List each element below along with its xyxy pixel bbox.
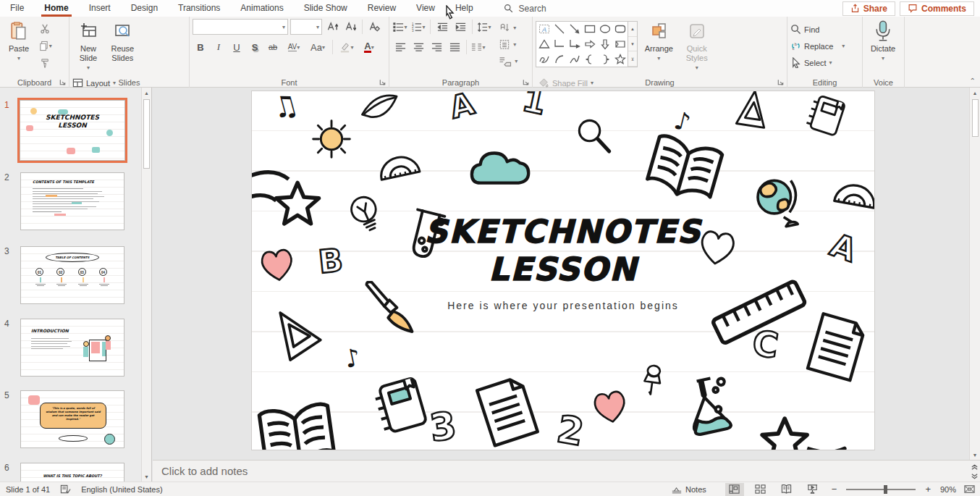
font-name-combo[interactable]: ▾ xyxy=(193,19,288,35)
shape-bracel-icon[interactable] xyxy=(582,51,597,67)
shape-tri-icon[interactable] xyxy=(536,37,552,52)
slideshow-view-button[interactable] xyxy=(803,483,822,496)
clipboard-dialog-launcher[interactable] xyxy=(59,78,67,86)
thumbnail-scrollbar[interactable]: ▲ ▼ xyxy=(141,88,151,482)
convert-smartart-button[interactable]: ▾ xyxy=(499,54,518,69)
shape-rect-icon[interactable] xyxy=(582,22,597,37)
notes-pane[interactable]: Click to add notes xyxy=(153,460,980,482)
slide-thumbnail-3[interactable]: 3 TABLE OF CONTENTS 01020304 xyxy=(0,246,139,307)
select-button[interactable]: Select▾ xyxy=(790,55,845,70)
align-left-button[interactable] xyxy=(392,39,408,55)
slide-scroll-down[interactable]: ▼ xyxy=(970,450,980,460)
slide-scroll-up[interactable]: ▲ xyxy=(970,88,980,98)
quick-styles-button[interactable]: Quick Styles ▾ xyxy=(680,19,714,74)
increase-indent-button[interactable] xyxy=(452,19,468,35)
shape-bracer-icon[interactable] xyxy=(597,51,612,67)
normal-view-button[interactable] xyxy=(725,483,744,496)
shape-barrd-icon[interactable] xyxy=(597,37,612,52)
grow-font-button[interactable] xyxy=(324,19,340,35)
copy-button[interactable]: ▾ xyxy=(37,38,53,54)
thumb-scroll-up[interactable]: ▲ xyxy=(142,88,151,98)
font-color-button[interactable]: A▾ xyxy=(359,39,379,55)
tab-animations[interactable]: Animations xyxy=(230,0,293,17)
thumbnail-preview[interactable]: SKETCHNOTESLESSON xyxy=(20,100,125,161)
character-spacing-button[interactable]: AV▾ xyxy=(283,39,305,55)
font-dialog-launcher[interactable] xyxy=(379,78,386,86)
tab-transitions[interactable]: Transitions xyxy=(168,0,230,17)
shape-scrib-icon[interactable] xyxy=(536,51,552,67)
shapes-gallery[interactable] xyxy=(536,21,628,67)
thumb-scroll-thumb[interactable] xyxy=(143,99,150,169)
cut-button[interactable] xyxy=(37,20,53,36)
replace-button[interactable]: Replace▾ xyxy=(790,38,845,54)
strikethrough-button[interactable]: ab xyxy=(265,39,281,55)
fit-to-window-icon[interactable] xyxy=(963,484,976,495)
slide-thumbnail-4[interactable]: 4 INTRODUCTION xyxy=(0,319,139,379)
align-right-button[interactable] xyxy=(428,39,444,55)
justify-button[interactable] xyxy=(447,39,462,55)
shape-curve-icon[interactable] xyxy=(567,51,582,67)
decrease-indent-button[interactable] xyxy=(434,19,450,35)
italic-button[interactable]: I xyxy=(211,39,227,55)
gallery-scroll-down[interactable]: ▼ xyxy=(628,37,637,52)
collapse-ribbon-button[interactable]: ⌃ xyxy=(970,77,976,85)
zoom-level[interactable]: 90% xyxy=(940,485,956,494)
tab-design[interactable]: Design xyxy=(121,0,168,17)
thumbnail-preview[interactable]: CONTENTS OF THIS TEMPLATE xyxy=(20,172,124,230)
align-center-button[interactable] xyxy=(410,39,426,55)
slide-subtitle[interactable]: Here is where your presentation begins xyxy=(252,300,874,311)
slide-scroll-thumb[interactable] xyxy=(972,99,979,137)
shape-arc-icon[interactable] xyxy=(552,51,567,67)
spell-check-icon[interactable] xyxy=(60,484,71,495)
shape-flow-icon[interactable] xyxy=(612,37,628,52)
shape-elbow-icon[interactable] xyxy=(552,37,567,52)
tab-file[interactable]: File xyxy=(0,0,34,17)
underline-button[interactable]: U xyxy=(229,39,245,55)
zoom-slider[interactable] xyxy=(846,489,916,490)
bullets-button[interactable]: ▾ xyxy=(392,19,408,35)
slide-scrollbar[interactable]: ▲ ▼ xyxy=(969,88,980,460)
slide-title[interactable]: SKETCHNOTESLESSON xyxy=(252,213,874,288)
numbering-button[interactable]: ▾ xyxy=(410,19,426,35)
thumbnail-preview[interactable]: "This is a quote, words full of wisdom t… xyxy=(20,390,124,448)
gallery-more[interactable]: ⊻ xyxy=(628,51,637,67)
clear-formatting-button[interactable] xyxy=(366,19,382,35)
text-direction-button[interactable]: ▾ xyxy=(499,20,518,35)
shape-textbox-icon[interactable] xyxy=(536,22,552,37)
slide-thumbnail-2[interactable]: 2 CONTENTS OF THIS TEMPLATE xyxy=(0,172,139,233)
tab-insert[interactable]: Insert xyxy=(79,0,121,17)
current-slide[interactable]: ♫A1♪BA♪32C SKETCHNOTESLESSON Here is whe… xyxy=(251,91,875,450)
find-button[interactable]: Find xyxy=(790,22,845,37)
paragraph-dialog-launcher[interactable] xyxy=(522,78,530,86)
thumbnail-preview[interactable]: INTRODUCTION xyxy=(20,319,124,377)
tab-review[interactable]: Review xyxy=(358,0,406,17)
columns-button[interactable]: ▾ xyxy=(470,39,486,55)
shape-rrect-icon[interactable] xyxy=(612,22,628,37)
tab-view[interactable]: View xyxy=(406,0,445,17)
shape-arrow-icon[interactable] xyxy=(567,22,582,37)
gallery-scroll-up[interactable]: ▲ xyxy=(628,22,637,37)
slide-thumbnail-1[interactable]: 1 SKETCHNOTESLESSON xyxy=(0,100,139,164)
paste-button[interactable]: Paste ▾ xyxy=(3,19,35,74)
share-button[interactable]: Share xyxy=(842,1,895,16)
shape-line-icon[interactable] xyxy=(552,22,567,37)
reuse-slides-button[interactable]: Reuse Slides xyxy=(106,19,138,74)
shape-barr-icon[interactable] xyxy=(582,37,597,52)
notes-toggle-button[interactable]: Notes xyxy=(672,484,706,495)
format-painter-button[interactable] xyxy=(37,55,53,71)
arrange-button[interactable]: Arrange ▾ xyxy=(640,19,677,74)
shape-elbowarr-icon[interactable] xyxy=(567,37,582,52)
zoom-out-button[interactable]: − xyxy=(829,484,840,495)
drawing-dialog-launcher[interactable] xyxy=(777,78,785,86)
align-text-button[interactable]: ▾ xyxy=(499,37,518,52)
line-spacing-button[interactable]: ▾ xyxy=(476,19,492,35)
new-slide-button[interactable]: New Slide ▾ xyxy=(72,19,104,74)
reading-view-button[interactable] xyxy=(777,483,796,496)
previous-slide-button[interactable] xyxy=(969,462,979,471)
dictate-button[interactable]: Dictate ▾ xyxy=(866,19,900,74)
bold-button[interactable]: B xyxy=(193,39,208,55)
shape-oval-icon[interactable] xyxy=(597,22,612,37)
tab-home[interactable]: Home xyxy=(34,0,78,17)
shapes-gallery-scrollbar[interactable]: ▲▼⊻ xyxy=(628,21,638,67)
highlight-color-button[interactable]: ▾ xyxy=(337,39,357,55)
